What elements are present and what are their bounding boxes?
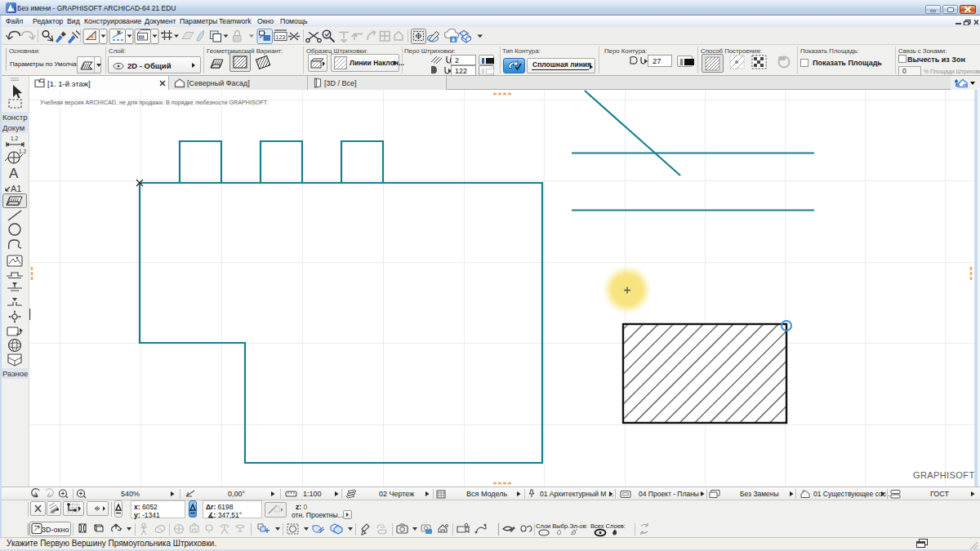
svg-text:1:100: 1:100 (303, 490, 322, 498)
svg-text:Без Замены: Без Замены (740, 490, 779, 498)
svg-text:01 Существующее сос...: 01 Существующее сос... (813, 490, 892, 498)
svg-text:A: A (9, 166, 19, 181)
svg-text:Слои Выбр.Эл-ов:: Слои Выбр.Эл-ов: (536, 522, 588, 530)
svg-text:0,00°: 0,00° (228, 490, 246, 498)
svg-text:02 Чертеж: 02 Чертеж (379, 490, 414, 498)
svg-text:Констр: Констр (2, 113, 27, 122)
svg-text:Докум: Докум (2, 123, 24, 132)
svg-text:3D-окно: 3D-окно (42, 526, 69, 534)
svg-text:GRAPHISOFT.: GRAPHISOFT. (913, 470, 974, 480)
svg-text:01 Архитектурный М ...: 01 Архитектурный М ... (540, 490, 614, 498)
svg-text:Всех Слоев:: Всех Слоев: (590, 522, 626, 530)
svg-text:1.2: 1.2 (19, 149, 26, 154)
svg-text:Разное: Разное (2, 369, 28, 378)
svg-text:ГОСТ: ГОСТ (930, 490, 950, 498)
svg-text:123: 123 (276, 34, 286, 40)
svg-text:Вся Модель: Вся Модель (466, 490, 507, 498)
svg-text:Учебная версия ARCHICAD, не дл: Учебная версия ARCHICAD, не для продажи.… (40, 99, 268, 106)
svg-text:540%: 540% (121, 490, 140, 498)
svg-text:A1: A1 (11, 184, 21, 193)
svg-text:04 Проект - Планы: 04 Проект - Планы (639, 490, 699, 498)
svg-text:1.2: 1.2 (11, 136, 18, 141)
